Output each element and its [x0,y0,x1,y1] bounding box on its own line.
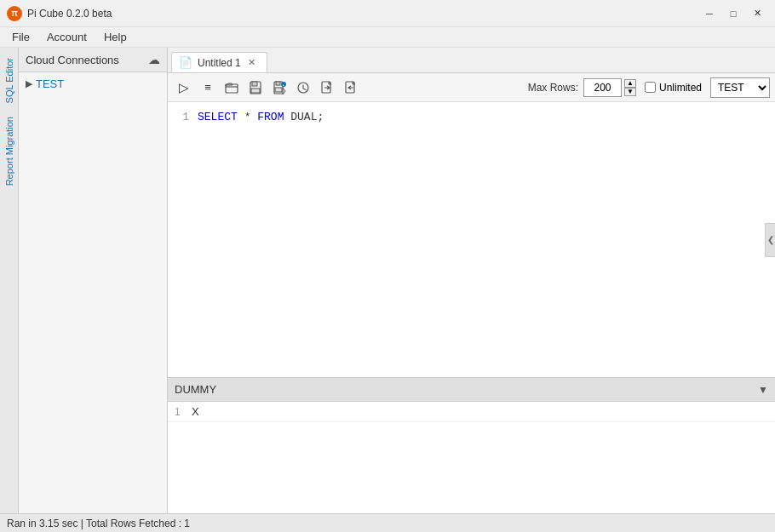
minimize-button[interactable]: ─ [698,5,720,22]
expand-icon[interactable]: ▼ [758,384,768,396]
left-panel-title: Cloud Connections [26,54,119,66]
sidebar-tabs: SQL Editor Report Migration [0,48,19,513]
line-code-1: SELECT * FROM DUAL; [198,109,324,127]
window-controls: ─ □ ✕ [698,5,768,22]
status-text: Ran in 3.15 sec | Total Rows Fetched : 1 [7,518,190,529]
tab-untitled-1[interactable]: 📄 Untitled 1 ✕ [171,52,267,72]
database-select[interactable]: TEST [710,77,770,98]
spinner-down[interactable]: ▼ [624,88,636,96]
cloud-icon: ☁ [148,53,160,66]
menu-file[interactable]: File [3,29,38,45]
left-panel: Cloud Connections ☁ ▶ TEST [19,48,168,513]
export-button[interactable] [316,77,338,99]
menu-account[interactable]: Account [38,29,95,45]
toolbar: ▷ ≡ [168,73,775,102]
menubar: File Account Help [0,27,775,48]
unlimited-text: Unlimited [659,82,702,94]
result-row-1: 1 X [168,402,775,422]
tab-doc-icon: 📄 [179,56,192,69]
tab-bar: 📄 Untitled 1 ✕ [168,48,775,73]
unlimited-checkbox[interactable] [645,82,656,93]
titlebar: π Pi Cube 0.2.0 beta ─ □ ✕ [0,0,775,27]
svg-rect-2 [252,82,257,86]
main-area: SQL Editor Report Migration Cloud Connec… [0,48,775,513]
max-rows-spinner: ▲ ▼ [624,79,636,96]
line-number-1: 1 [168,109,198,127]
maximize-button[interactable]: □ [722,5,744,22]
tab-sql-editor[interactable]: SQL Editor [3,51,16,110]
app-icon: π [7,6,22,21]
right-content: 📄 Untitled 1 ✕ ▷ ≡ [168,48,775,513]
editor-line-1: 1 SELECT * FROM DUAL; [168,109,768,127]
import-button[interactable] [340,77,362,99]
tree-area: ▶ TEST [19,72,167,513]
results-header: DUMMY ▼ [168,378,775,402]
svg-rect-6 [275,88,282,92]
collapse-handle[interactable]: ❮ [765,223,775,257]
history-button[interactable] [292,77,314,99]
spinner-up[interactable]: ▲ [624,79,636,88]
sql-editor[interactable]: 1 SELECT * FROM DUAL; [168,102,775,377]
results-body: 1 X [168,402,775,513]
tree-item-test[interactable]: ▶ TEST [22,76,164,92]
svg-rect-5 [276,82,280,85]
run-all-button[interactable]: ≡ [197,77,219,99]
menu-help[interactable]: Help [95,29,135,45]
pi-logo: π [7,6,22,21]
svg-rect-3 [251,89,260,93]
editor-area: 1 SELECT * FROM DUAL; ❮ [168,102,775,377]
results-panel: DUMMY ▼ 1 X [168,377,775,513]
left-panel-header: Cloud Connections ☁ [19,48,167,72]
tab-label: Untitled 1 [198,57,241,69]
column-name: DUMMY [175,383,216,396]
run-button[interactable]: ▷ [173,77,195,99]
save-as-button[interactable]: + [268,77,290,99]
unlimited-label[interactable]: Unlimited [645,82,702,94]
open-button[interactable] [221,77,243,99]
tab-report-migration[interactable]: Report Migration [3,110,16,192]
save-button[interactable] [244,77,267,99]
tree-arrow-test: ▶ [26,78,32,89]
max-rows-input[interactable] [583,78,622,97]
statusbar: Ran in 3.15 sec | Total Rows Fetched : 1 [0,513,775,532]
tab-close-button[interactable]: ✕ [246,57,258,69]
result-row-num-1: 1 [175,406,192,418]
max-rows-label: Max Rows: [528,82,578,94]
close-button[interactable]: ✕ [746,5,768,22]
tree-label-test: TEST [36,77,64,90]
app-title: Pi Cube 0.2.0 beta [27,8,698,20]
result-cell-1: X [192,405,199,418]
